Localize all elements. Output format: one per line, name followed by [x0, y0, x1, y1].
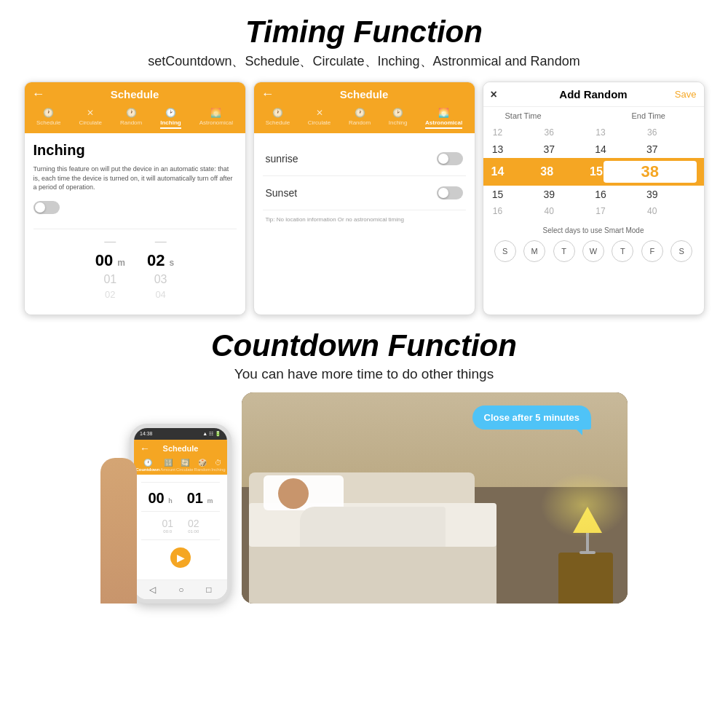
astro-nav-random[interactable]: 🕐 Random [349, 108, 371, 129]
astro-content: sunrise Sunset Tip: No location informat… [254, 133, 475, 237]
row4-start-m: 39 [505, 189, 594, 200]
sec-next2: 04 [155, 289, 165, 300]
phone-nav-amount[interactable]: 🔢 Amount [160, 459, 175, 472]
inching-screen-nav: 🕐 Schedule ✕ Circulate 🕐 Random 🕑 Inchin… [25, 105, 245, 133]
day-sat[interactable]: S [670, 240, 692, 262]
days-label: Select days to use Smart Mode [491, 226, 697, 234]
phone-nav-random2[interactable]: 🎲 Random [194, 459, 211, 472]
timing-subtitle: setCountdown、Schedule、Circulate、Inching、… [148, 52, 579, 70]
nav-tab-random-label: Random [120, 119, 142, 126]
chat-bubble-text: Close after 5 minutes [484, 412, 580, 423]
row3-end-m: 38 [604, 161, 697, 183]
astro-back-btn[interactable]: ← [261, 87, 274, 102]
phone-home-icon[interactable]: ○ [178, 585, 183, 595]
sec-prev: — [155, 235, 167, 248]
sunrise-toggle[interactable] [437, 152, 463, 165]
row2-end-m: 37 [608, 143, 697, 155]
astro-screen-nav: 🕐 Schedule ✕ Circulate 🕐 Random 🕑 Inchin… [254, 105, 475, 133]
day-wed[interactable]: W [582, 240, 604, 262]
phone-time-row2: 01 00:0 02 01:00 [141, 513, 220, 538]
inching-header-title: Schedule [111, 88, 159, 100]
row4-end-h: 16 [593, 189, 608, 200]
random-time-header: Start Time End Time [483, 107, 704, 124]
astro-rand-icon: 🕐 [355, 108, 365, 118]
chat-bubble-container: Close after 5 minutes [472, 405, 592, 430]
phone-play-btn[interactable]: ▶ [170, 547, 191, 568]
row2-end-h: 14 [593, 143, 608, 155]
row5-end-m: 40 [608, 206, 697, 216]
screenshots-row: ← Schedule 🕐 Schedule ✕ Circulate 🕐 Rand… [15, 82, 713, 315]
phone-nav-circulate[interactable]: 🔄 Circulate [176, 459, 194, 472]
random-icon: 🕐 [126, 108, 137, 118]
countdown-images-row: 14:38 ▲ ☷ 🔋 ← Schedule 🕐 Countdown 🔢 [15, 392, 713, 604]
astro-nav-inching[interactable]: 🕑 Inching [389, 108, 408, 129]
inching-back-btn[interactable]: ← [32, 87, 45, 102]
phone-back-nav-icon[interactable]: ◁ [149, 585, 156, 595]
inching2-nav-icon: ⏱ [215, 459, 222, 467]
phone-status-icons: ▲ ☷ 🔋 [202, 431, 221, 437]
random-row-4: 15 39 16 39 [483, 186, 704, 203]
astro-nav-astronomical[interactable]: 🌅 Astronomical [425, 108, 462, 129]
nav-tab-inching[interactable]: 🕑 Inching [160, 108, 181, 129]
day-mon[interactable]: M [523, 240, 545, 262]
astronomical-icon: 🌅 [210, 108, 221, 118]
day-fri[interactable]: F [641, 240, 663, 262]
countdown-subtitle: You can have more time to do other thing… [234, 366, 494, 382]
nav-tab-random[interactable]: 🕐 Random [120, 108, 142, 129]
nav-tab-astronomical[interactable]: 🌅 Astronomical [199, 108, 233, 129]
random-save-btn[interactable]: Save [675, 89, 697, 100]
lamp-glow [540, 472, 628, 538]
page-wrapper: Timing Function setCountdown、Schedule、Ci… [0, 0, 728, 728]
phone-nav-countdown[interactable]: 🕐 Countdown [135, 459, 159, 472]
minutes-col: — 00 m 01 02 [95, 235, 125, 300]
random-days-section: Select days to use Smart Mode S M T W T … [483, 219, 704, 269]
random-row-5: 16 40 17 40 [483, 203, 704, 219]
astro-astro-icon: 🌅 [438, 108, 449, 118]
countdown-nav-icon: 🕐 [143, 459, 152, 467]
day-tue[interactable]: T [553, 240, 575, 262]
min-next: 01 [103, 273, 116, 286]
astro-schedule-icon: 🕐 [272, 108, 283, 118]
astro-header-title: Schedule [340, 88, 389, 100]
phone-nav-inching2[interactable]: ⏱ Inching [211, 459, 225, 472]
countdown-phone-mockup: 14:38 ▲ ☷ 🔋 ← Schedule 🕐 Countdown 🔢 [130, 424, 232, 604]
nav-tab-circulate[interactable]: ✕ Circulate [79, 108, 102, 129]
sunset-toggle[interactable] [437, 186, 463, 199]
seconds-col: — 02 s 03 04 [147, 235, 174, 300]
timing-title: Timing Function [245, 15, 483, 50]
phone-minutes-col: 01 m [187, 490, 213, 507]
hand-shape [100, 458, 137, 604]
row5-start-m: 40 [505, 206, 594, 216]
row1-start-h: 12 [491, 127, 505, 138]
circulate-icon: ✕ [87, 108, 94, 118]
row4-end-m: 39 [608, 189, 697, 200]
phone-back-icon[interactable]: ← [140, 443, 150, 454]
schedule-icon: 🕐 [43, 108, 54, 118]
phone-app-nav: 🕐 Countdown 🔢 Amount 🔄 Circulate 🎲 [134, 457, 227, 475]
nav-tab-schedule-label: Schedule [36, 119, 60, 126]
countdown-nav-label: Countdown [135, 467, 159, 472]
nav-tab-schedule[interactable]: 🕐 Schedule [36, 108, 60, 129]
inching-feature-title: Inching [33, 142, 237, 159]
random-close-btn[interactable]: × [491, 88, 497, 101]
astro-nav-circulate[interactable]: ✕ Circulate [308, 108, 331, 129]
add-random-phone-screen: × Add Random Save Start Time End Time 12… [483, 82, 705, 315]
day-sun[interactable]: S [494, 240, 516, 262]
row3-start-m: 38 [505, 165, 590, 178]
phone-bottom-nav: ◁ ○ □ [134, 579, 227, 599]
sunset-item: Sunset [263, 176, 466, 210]
inching-toggle[interactable] [33, 201, 60, 214]
day-thu[interactable]: T [612, 240, 633, 262]
astro-random-label: Random [349, 119, 371, 126]
phone-recents-icon[interactable]: □ [206, 585, 211, 595]
end-time-header: End Time [601, 111, 697, 120]
sunrise-label: sunrise [266, 153, 298, 165]
bedroom-scene: Close after 5 minutes [242, 392, 628, 604]
astro-screen-header: ← Schedule [254, 82, 475, 105]
astro-nav-schedule[interactable]: 🕐 Schedule [266, 108, 290, 129]
person-body [300, 507, 446, 547]
min-active: 00 m [95, 251, 125, 270]
random2-nav-icon: 🎲 [198, 459, 207, 467]
nav-tab-circulate-label: Circulate [79, 119, 102, 126]
bed-base [249, 538, 496, 604]
